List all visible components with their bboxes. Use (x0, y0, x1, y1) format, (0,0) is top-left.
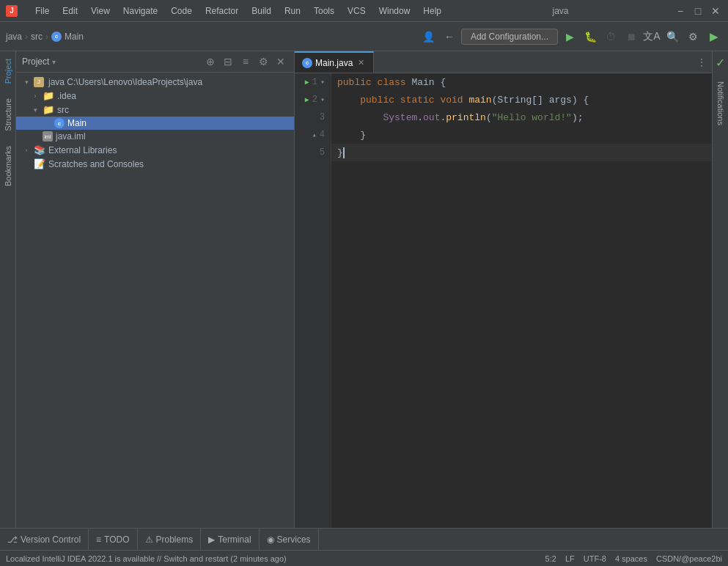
services-label: Services (277, 534, 311, 545)
menu-vcs[interactable]: VCS (342, 4, 372, 18)
project-locate-button[interactable]: ⊕ (203, 54, 218, 69)
todo-tab[interactable]: ≡ TODO (89, 529, 137, 550)
menu-run[interactable]: Run (279, 4, 306, 18)
menu-window[interactable]: Window (373, 4, 416, 18)
translate-icon-button[interactable]: 文A (643, 28, 661, 45)
code-line-5: } (331, 144, 712, 161)
tab-close-button[interactable]: ✕ (356, 58, 366, 68)
tab-more-button[interactable]: ⋮ (694, 55, 709, 70)
run-button[interactable]: ▶ (561, 28, 578, 45)
project-settings-button[interactable]: ⚙ (256, 54, 271, 69)
project-dropdown-icon[interactable]: ▾ (52, 58, 56, 66)
project-expand-button[interactable]: ≡ (238, 54, 253, 69)
project-hide-button[interactable]: ✕ (273, 54, 288, 69)
version-control-icon: ⎇ (7, 534, 18, 545)
settings-button[interactable]: ⚙ (684, 28, 702, 45)
menu-help[interactable]: Help (417, 4, 447, 18)
code-line-1: public class Main { (331, 73, 712, 91)
tree-item-ext-libs[interactable]: › 📚 External Libraries (16, 143, 294, 157)
plain-paren-open: ( (486, 112, 492, 123)
method-println: println (446, 112, 486, 123)
run-gutter-btn-2[interactable]: ▶ (305, 95, 309, 104)
run-gutter-btn-1[interactable]: ▶ (305, 78, 309, 87)
check-icon[interactable]: ✓ (711, 51, 728, 74)
fold-btn-4[interactable]: ▴ (312, 131, 317, 139)
plain-main-name: Main (411, 77, 440, 88)
tree-expand-src[interactable]: ▾ (31, 106, 40, 114)
minimize-button[interactable]: − (674, 4, 687, 18)
intellij-action-button[interactable]: ▶ (705, 28, 722, 45)
notifications-tab[interactable]: Notifications (713, 74, 728, 133)
tree-item-src[interactable]: ▾ 📁 src (16, 103, 294, 117)
tab-class-icon: c (302, 58, 312, 68)
problems-tab[interactable]: ⚠ Problems (138, 529, 202, 550)
maximize-button[interactable]: □ (691, 4, 705, 18)
menu-tools[interactable]: Tools (308, 4, 340, 18)
terminal-tab[interactable]: ▶ Terminal (201, 529, 259, 550)
menu-file[interactable]: File (29, 4, 55, 18)
gutter-line-5: 5 (295, 144, 331, 161)
status-position[interactable]: 5:2 (545, 554, 556, 563)
add-configuration-button[interactable]: Add Configuration... (461, 29, 558, 45)
tree-item-scratches[interactable]: 📝 Scratches and Consoles (16, 157, 294, 171)
tree-expand-main-placeholder (43, 119, 51, 128)
status-indent[interactable]: 4 spaces (615, 554, 647, 563)
structure-tab-label[interactable]: Structure (1, 91, 15, 139)
status-line-ending[interactable]: LF (565, 554, 575, 563)
tree-expand-scratches-placeholder (22, 160, 31, 169)
code-line-4: } (331, 126, 712, 144)
menu-navigate[interactable]: Navigate (117, 4, 163, 18)
breadcrumb-class-icon: c (51, 32, 62, 42)
breadcrumb: java › src › c Main (6, 32, 84, 42)
breadcrumb-class[interactable]: Main (65, 32, 84, 42)
profile-icon-button[interactable]: 👤 (420, 28, 438, 45)
tree-expand-iml-placeholder (31, 132, 40, 141)
tree-item-main[interactable]: c Main (16, 117, 294, 130)
plain-close-method: } (337, 130, 366, 141)
profile-button[interactable]: ⏱ (602, 28, 619, 45)
tree-expand-extlibs[interactable]: › (22, 146, 31, 155)
editor-tab-main[interactable]: c Main.java ✕ (295, 51, 374, 73)
tree-item-label-extlibs: External Libraries (48, 145, 117, 155)
services-icon: ◉ (267, 534, 274, 545)
title-bar: J File Edit View Navigate Code Refactor … (0, 0, 728, 22)
fold-btn-1[interactable]: ▾ (320, 78, 325, 87)
breadcrumb-src[interactable]: src (31, 32, 43, 42)
fold-btn-2[interactable]: ▾ (320, 95, 325, 104)
breadcrumb-project[interactable]: java (6, 32, 22, 42)
bookmarks-tab-label[interactable]: Bookmarks (1, 139, 15, 194)
gutter-line-3: 3 (295, 109, 331, 126)
title-bar-left: J File Edit View Navigate Code Refactor … (6, 4, 447, 18)
debug-button[interactable]: 🐛 (581, 28, 599, 45)
tree-item-java-root[interactable]: ▾ J java C:\Users\Lenovo\IdeaProjects\ja… (16, 76, 294, 89)
project-tab-label[interactable]: Project (1, 51, 15, 91)
back-button[interactable]: ← (441, 28, 458, 45)
tree-item-label-main: Main (67, 118, 87, 128)
stop-button[interactable]: ⏹ (622, 28, 640, 45)
services-tab[interactable]: ◉ Services (260, 529, 319, 550)
obj-system: System (383, 112, 417, 123)
bottom-tabs: ⎇ Version Control ≡ TODO ⚠ Problems ▶ Te… (0, 528, 728, 550)
menu-refactor[interactable]: Refactor (199, 4, 244, 18)
tree-expand-idea[interactable]: › (31, 92, 40, 100)
indent-2 (337, 95, 360, 106)
tree-expand-java[interactable]: ▾ (22, 78, 31, 87)
search-button[interactable]: 🔍 (663, 28, 681, 45)
iml-icon: iml (43, 131, 53, 142)
status-user: CSDN/@peace2bi (656, 554, 722, 563)
status-message: Localized IntelliJ IDEA 2022.1 is availa… (6, 554, 287, 563)
tree-item-iml[interactable]: iml java.iml (16, 130, 294, 143)
code-content[interactable]: public class Main { public static void m… (331, 73, 712, 528)
status-encoding[interactable]: UTF-8 (584, 554, 606, 563)
version-control-tab[interactable]: ⎇ Version Control (0, 529, 89, 550)
menu-edit[interactable]: Edit (56, 4, 84, 18)
menu-view[interactable]: View (85, 4, 116, 18)
tree-item-idea[interactable]: › 📁 .idea (16, 89, 294, 103)
close-button[interactable]: ✕ (709, 4, 722, 18)
menu-build[interactable]: Build (246, 4, 277, 18)
menu-code[interactable]: Code (165, 4, 198, 18)
problems-label: Problems (156, 534, 194, 545)
project-panel: Project ▾ ⊕ ⊟ ≡ ⚙ ✕ ▾ J java C:\Users\Le… (16, 51, 295, 528)
project-collapse-button[interactable]: ⊟ (221, 54, 235, 69)
terminal-icon: ▶ (208, 534, 215, 545)
